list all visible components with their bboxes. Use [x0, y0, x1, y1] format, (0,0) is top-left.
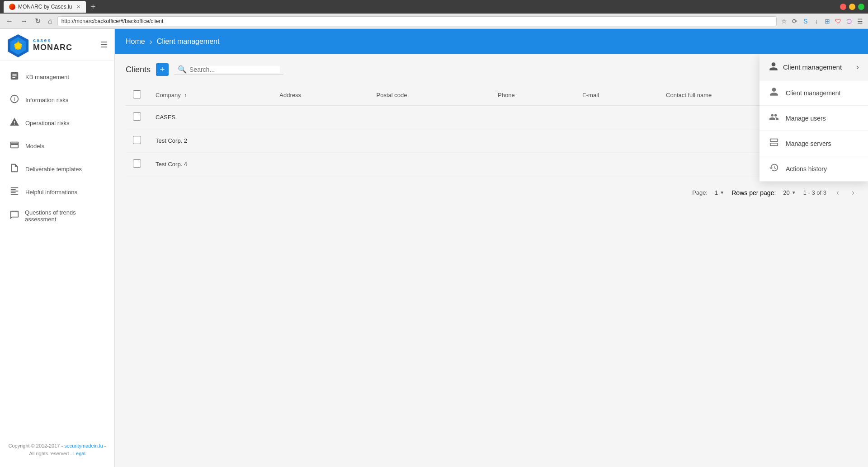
company-cell-3: Test Corp. 4: [148, 153, 272, 176]
search-input[interactable]: [189, 66, 280, 73]
extensions-icon[interactable]: S: [801, 17, 810, 26]
next-page-button[interactable]: ›: [849, 187, 857, 198]
apps-icon[interactable]: ⊞: [823, 17, 832, 26]
deliverable-templates-icon: [9, 163, 20, 175]
client-management-icon: [769, 87, 779, 99]
page-select[interactable]: 1 ▼: [715, 189, 724, 196]
information-risks-icon: i: [9, 94, 20, 106]
window-close-button[interactable]: [840, 4, 846, 10]
toolbar-icons: ☆ ⟳ S ↓ ⊞ 🛡 ⬡ ☰: [779, 17, 864, 26]
window-minimize-button[interactable]: [849, 4, 855, 10]
hamburger-menu[interactable]: ☰: [100, 40, 108, 50]
dropdown-item-manage-users[interactable]: Manage users: [760, 106, 868, 131]
reload-button[interactable]: ↻: [33, 16, 43, 26]
dropdown-item-client-management[interactable]: Client management: [760, 80, 868, 106]
content-area: Clients + 🔍 Company ↑: [115, 54, 868, 467]
download-icon[interactable]: ↓: [812, 17, 821, 26]
select-all-checkbox[interactable]: [133, 90, 141, 98]
rows-value: 20: [783, 189, 789, 196]
browser-tab[interactable]: MONARC by Cases.lu ✕: [4, 1, 86, 13]
phone-cell-3: [491, 153, 575, 176]
helpful-informations-icon: [9, 186, 20, 198]
home-button[interactable]: ⌂: [46, 16, 55, 26]
row-checkbox-2[interactable]: [133, 136, 141, 144]
logo: cases MONARC: [7, 33, 72, 56]
sidebar-item-questions-trends[interactable]: Questions of trends assessment: [0, 204, 114, 228]
url-input[interactable]: [57, 16, 777, 26]
page-dropdown-arrow: ▼: [720, 190, 724, 195]
main-content: Home › Client management Clients + 🔍: [115, 29, 868, 467]
sync-icon[interactable]: ⟳: [790, 17, 799, 26]
shield-icon[interactable]: 🛡: [834, 17, 843, 26]
prev-page-button[interactable]: ‹: [834, 187, 842, 198]
manage-users-icon: [769, 112, 779, 124]
email-cell-2: [575, 129, 659, 153]
dropdown-item-actions-history[interactable]: Actions history: [760, 156, 868, 182]
questions-trends-label: Questions of trends assessment: [25, 209, 105, 223]
forward-button[interactable]: →: [18, 16, 30, 26]
sidebar-item-deliverable-templates[interactable]: Deliverable templates: [0, 158, 114, 181]
breadcrumb-home[interactable]: Home: [126, 37, 145, 46]
sidebar-item-models[interactable]: Models: [0, 135, 114, 158]
app-container: cases MONARC ☰ KB management i Informati…: [0, 29, 868, 467]
sidebar-item-helpful-informations[interactable]: Helpful informations: [0, 181, 114, 204]
dropdown-title: Client management: [783, 63, 842, 71]
new-tab-button[interactable]: +: [90, 2, 95, 12]
menu-icon[interactable]: ☰: [855, 17, 864, 26]
svg-text:i: i: [14, 96, 15, 103]
logo-icon: [7, 33, 29, 56]
add-client-button[interactable]: +: [156, 63, 169, 76]
email-cell-1: [575, 106, 659, 129]
postal-cell-1: [369, 106, 491, 129]
rows-select[interactable]: 20 ▼: [783, 189, 796, 196]
questions-trends-icon: [9, 210, 19, 222]
col-company: Company ↑: [148, 85, 272, 106]
breadcrumb-current: Client management: [157, 37, 220, 46]
row-checkbox-3[interactable]: [133, 159, 141, 168]
dropdown-item-manage-servers[interactable]: Manage servers: [760, 131, 868, 156]
rows-dropdown-arrow: ▼: [792, 190, 796, 195]
address-cell-2: [272, 129, 369, 153]
company-label: Company: [156, 92, 181, 98]
col-postal-code: Postal code: [369, 85, 491, 106]
tab-label: MONARC by Cases.lu: [18, 4, 72, 10]
actions-history-icon: [769, 163, 779, 175]
information-risks-label: Information risks: [25, 97, 68, 103]
bookmark-icon[interactable]: ☆: [779, 17, 788, 26]
window-controls: [840, 4, 864, 10]
phone-cell-2: [491, 129, 575, 153]
sidebar-item-information-risks[interactable]: i Information risks: [0, 89, 114, 112]
puzzle-icon[interactable]: ⬡: [844, 17, 854, 26]
table-row: CASES 🗑 ✏: [126, 106, 857, 129]
breadcrumb: Home › Client management: [126, 37, 219, 47]
browser-chrome: MONARC by Cases.lu ✕ +: [0, 0, 868, 14]
sidebar-logo: cases MONARC ☰: [0, 29, 114, 61]
logo-cases-text: cases: [33, 37, 72, 43]
table-body: CASES 🗑 ✏: [126, 106, 857, 176]
helpful-informations-label: Helpful informations: [25, 189, 77, 196]
email-cell-3: [575, 153, 659, 176]
securitymadein-link[interactable]: securitymadein.lu: [64, 443, 103, 448]
legal-link[interactable]: Legal: [73, 451, 85, 456]
back-button[interactable]: ←: [4, 16, 15, 26]
copyright-text: Copyright © 2012-2017 -: [8, 443, 64, 448]
dropdown-menu: Client management › Client management Ma…: [760, 54, 868, 182]
sidebar-item-operational-risks[interactable]: Operational risks: [0, 112, 114, 135]
logo-monarc-text: MONARC: [33, 43, 72, 52]
row-checkbox-1[interactable]: [133, 112, 141, 121]
kb-management-label: KB management: [25, 74, 69, 80]
dropdown-close-button[interactable]: ›: [856, 62, 859, 72]
manage-servers-label: Manage servers: [786, 140, 831, 147]
tab-favicon: [9, 4, 15, 10]
window-maximize-button[interactable]: [858, 4, 864, 10]
sidebar-item-kb-management[interactable]: KB management: [0, 65, 114, 89]
table-row: Test Corp. 4 🗑 ✏: [126, 153, 857, 176]
dropdown-header: Client management ›: [760, 54, 868, 80]
address-bar: ← → ↻ ⌂ ☆ ⟳ S ↓ ⊞ 🛡 ⬡ ☰: [0, 14, 868, 29]
sort-icon[interactable]: ↑: [184, 92, 187, 98]
postal-cell-3: [369, 153, 491, 176]
search-box: 🔍: [174, 64, 283, 75]
close-tab-button[interactable]: ✕: [76, 4, 80, 10]
models-icon: [9, 140, 20, 152]
clients-header: Clients + 🔍: [126, 63, 857, 76]
